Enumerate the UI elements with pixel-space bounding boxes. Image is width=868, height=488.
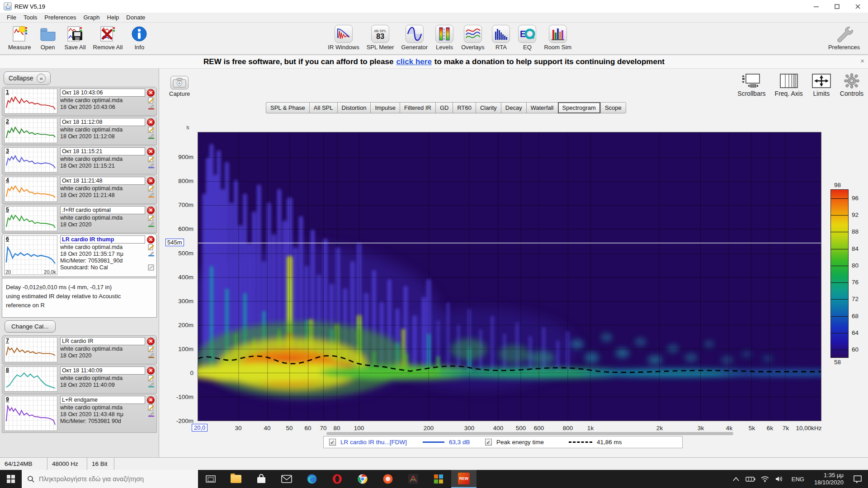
measurement-title-input[interactable]: [60, 177, 145, 185]
measurement-title-input[interactable]: [60, 118, 145, 126]
tab-impulse[interactable]: Impulse: [370, 102, 400, 113]
generator-button[interactable]: Generator: [398, 23, 432, 52]
delete-measurement-icon[interactable]: ✕: [147, 89, 155, 97]
save-all-button[interactable]: Save All: [61, 23, 90, 52]
measurement-title-input[interactable]: [60, 366, 145, 375]
delete-measurement-icon[interactable]: ✕: [147, 206, 155, 214]
overlays-button[interactable]: Overlays: [458, 23, 488, 52]
delete-measurement-icon[interactable]: ✕: [147, 148, 155, 155]
rta-button[interactable]: RTA: [488, 23, 514, 52]
wifi-icon[interactable]: [759, 470, 771, 488]
tab-clarity[interactable]: Clarity: [476, 102, 501, 113]
trace-color-icon[interactable]: [148, 133, 155, 140]
donation-link[interactable]: click here: [396, 57, 431, 66]
spl-meter-button[interactable]: dB SPL83 SPL Meter: [363, 23, 398, 52]
scrollbars-button[interactable]: Scrollbars: [737, 73, 765, 97]
task-view-button[interactable]: [198, 470, 223, 488]
room-sim-button[interactable]: Room Sim: [540, 23, 575, 52]
start-button[interactable]: [0, 470, 22, 488]
mail-button[interactable]: [274, 470, 299, 488]
freq-axis-button[interactable]: Freq. Axis: [775, 73, 803, 97]
tab-distortion[interactable]: Distortion: [337, 102, 371, 113]
menu-help[interactable]: Help: [104, 13, 123, 22]
volume-icon[interactable]: [774, 470, 785, 488]
tab-spl-phase[interactable]: SPL & Phase: [266, 102, 309, 113]
measurement-card-2[interactable]: 2 ✕ white cardio optimal.mda 18 Οκτ 2020…: [2, 116, 157, 145]
trace-color-icon[interactable]: [148, 352, 155, 359]
measurement-card-7[interactable]: 7 ✕ white cardio optimal.mda 18 Οκτ 2020: [2, 335, 157, 364]
photos-tiles-button[interactable]: [426, 470, 451, 488]
search-input[interactable]: [39, 475, 188, 483]
measurement-title-input[interactable]: [60, 206, 145, 214]
delete-measurement-icon[interactable]: ✕: [147, 396, 155, 404]
measurement-card-9[interactable]: 9 ✕ white cardio optimal.mda 18 Οκτ 2020…: [2, 394, 157, 433]
horizontal-scrollbar[interactable]: [326, 432, 733, 435]
remove-all-button[interactable]: Remove All: [90, 23, 127, 52]
notes-icon[interactable]: [148, 346, 155, 352]
preferences-button[interactable]: Preferences: [825, 23, 863, 52]
tab-all-spl[interactable]: All SPL: [309, 102, 337, 113]
eq-button[interactable]: E EQ: [514, 23, 540, 52]
measurement-card-1[interactable]: 1 ✕ white cardio optimal.mda 18 Οκτ 2020…: [2, 87, 157, 116]
open-button[interactable]: Open: [35, 23, 61, 52]
limits-button[interactable]: Limits: [812, 73, 831, 97]
capture-button[interactable]: Capture: [169, 76, 190, 97]
trace-color-icon[interactable]: [148, 221, 155, 228]
trace-visibility-checkbox[interactable]: ✓: [329, 439, 336, 446]
trace-color-icon[interactable]: [148, 382, 155, 388]
banner-close-icon[interactable]: ×: [860, 57, 864, 65]
notes-icon[interactable]: [148, 215, 155, 221]
measurement-card-6-selected[interactable]: 6 20 20,0k ✕ white cardio optimal.mda 18…: [2, 234, 157, 277]
notes-icon[interactable]: [148, 127, 155, 133]
controls-button[interactable]: Controls: [840, 73, 863, 97]
peak-energy-checkbox[interactable]: ✓: [485, 439, 492, 446]
tab-spectrogram[interactable]: Spectrogram: [558, 102, 600, 113]
delete-measurement-icon[interactable]: ✕: [147, 367, 155, 375]
collapse-sidebar-button[interactable]: Collapse «: [4, 71, 51, 85]
notes-icon[interactable]: [148, 404, 155, 411]
info-button[interactable]: Info: [126, 23, 152, 52]
rew-taskbar-button[interactable]: REW: [451, 470, 476, 488]
tab-decay[interactable]: Decay: [501, 102, 526, 113]
trace-color-icon[interactable]: [148, 411, 155, 418]
delete-measurement-icon[interactable]: ✕: [147, 338, 155, 345]
menu-tools[interactable]: Tools: [20, 13, 40, 22]
minimize-button[interactable]: [806, 0, 826, 13]
maximize-button[interactable]: [826, 0, 847, 13]
delete-measurement-icon[interactable]: ✕: [147, 118, 155, 126]
measurement-card-4[interactable]: 4 ✕ white cardio optimal.mda 18 Οκτ 2020…: [2, 175, 157, 204]
soundcard-cal-icon[interactable]: [148, 264, 155, 271]
menu-graph[interactable]: Graph: [80, 13, 103, 22]
measurement-card-3[interactable]: 3 ✕ white cardio optimal.mda 18 Οκτ 2020…: [2, 145, 157, 174]
levels-button[interactable]: 0369 Levels: [431, 23, 458, 52]
notes-icon[interactable]: [148, 156, 155, 162]
tray-chevron-icon[interactable]: [730, 470, 742, 488]
delete-measurement-icon[interactable]: ✕: [147, 236, 155, 244]
measurement-card-8[interactable]: 8 ✕ white cardio optimal.mda 18 Οκτ 2020…: [2, 365, 157, 394]
action-center-icon[interactable]: [850, 470, 865, 488]
edge-button[interactable]: [299, 470, 325, 488]
tab-filtered-ir[interactable]: Filtered IR: [400, 102, 435, 113]
tab-waterfall[interactable]: Waterfall: [526, 102, 558, 113]
opera-button[interactable]: [325, 470, 350, 488]
notes-icon[interactable]: [148, 375, 155, 381]
notes-icon[interactable]: [148, 185, 155, 192]
trace-color-icon[interactable]: [148, 104, 155, 110]
spectrogram-plot[interactable]: [198, 132, 821, 421]
measurement-title-input[interactable]: [60, 147, 145, 155]
change-cal-button[interactable]: Change Cal...: [5, 320, 56, 333]
ir-windows-button[interactable]: IR Windows: [324, 23, 363, 52]
measurement-title-input[interactable]: [60, 337, 145, 345]
menu-donate[interactable]: Donate: [123, 13, 148, 22]
measurement-card-5[interactable]: 5 ✕ white cardio optimal.mda 18 Οκτ 2020: [2, 204, 157, 233]
measure-button[interactable]: Measure: [5, 23, 35, 52]
language-indicator[interactable]: ENG: [788, 476, 808, 483]
taskbar-clock[interactable]: 1:35 μμ 18/10/2020: [811, 472, 847, 487]
trace-color-icon[interactable]: [148, 192, 155, 198]
trace-color-icon[interactable]: [148, 251, 155, 257]
measurement-title-input[interactable]: [60, 396, 145, 404]
tab-gd[interactable]: GD: [435, 102, 453, 113]
measurement-title-input[interactable]: [60, 89, 145, 97]
app-dark-button[interactable]: [401, 470, 426, 488]
browser-orange-button[interactable]: [375, 470, 401, 488]
